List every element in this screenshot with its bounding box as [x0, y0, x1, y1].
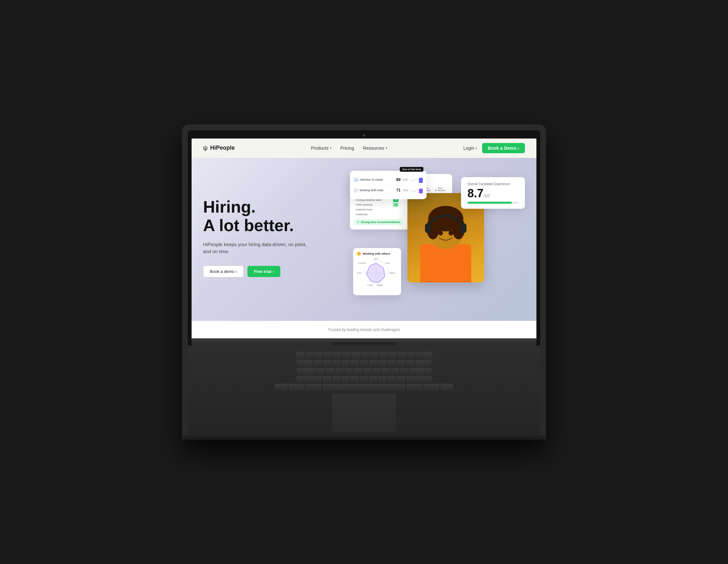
login-button[interactable]: Login › [463, 146, 477, 151]
key [335, 368, 344, 375]
keyboard-row-5 [197, 384, 531, 391]
key [388, 376, 396, 383]
key [332, 376, 340, 383]
key [388, 360, 396, 367]
spacebar-key [322, 384, 406, 391]
hero-widgets: ✗ Skills ManagerR. Richards ManagerR. Co… [350, 174, 525, 301]
resources-chevron-icon: ▾ [386, 146, 387, 150]
nav-products[interactable]: Products ▾ [311, 146, 331, 151]
key [297, 368, 316, 375]
svg-text:Lead: Lead [385, 262, 389, 264]
key [289, 384, 305, 391]
key [378, 360, 387, 367]
logo-icon: ψ [203, 144, 208, 152]
svg-rect-25 [419, 189, 423, 194]
key [317, 368, 325, 375]
key [440, 384, 453, 391]
data-icon: 📈 [354, 188, 358, 193]
products-chevron-icon: ▾ [330, 146, 331, 150]
svg-text:Cooperate: Cooperate [358, 262, 366, 264]
svg-rect-6 [460, 224, 466, 233]
screen-bezel: ψ HiPeople Products ▾ Pricing [188, 130, 540, 345]
key [409, 368, 432, 375]
svg-text:Control: Control [367, 284, 373, 286]
key [407, 352, 415, 359]
svg-text:Direct: Direct [374, 258, 379, 260]
key [324, 352, 332, 359]
keyboard-row-1 [197, 352, 531, 359]
key [342, 352, 351, 359]
keyboard [188, 345, 540, 435]
candidate-score-bar [467, 202, 519, 204]
nav-book-demo-button[interactable]: Book a Demo › [482, 143, 525, 153]
key [306, 384, 322, 391]
laptop-foot [182, 435, 546, 440]
keyboard-row-4 [197, 376, 531, 383]
candidate-exp-score: 8.7/10 [467, 188, 519, 199]
svg-rect-0 [420, 244, 471, 282]
key [323, 360, 331, 367]
candidate-exp-title: Overall Candidate Experience [467, 182, 519, 186]
hero-headline: Hiring. A lot better. [203, 198, 337, 234]
key [423, 384, 439, 391]
key [415, 360, 431, 367]
key [370, 352, 378, 359]
svg-text:Balance: Balance [390, 272, 395, 274]
nav-resources[interactable]: Resources ▾ [363, 146, 387, 151]
check-icon: ✓ [357, 221, 360, 224]
key [305, 352, 314, 359]
key [297, 360, 313, 367]
key [315, 352, 323, 359]
key [406, 384, 422, 391]
nav-actions: Login › Book a Demo › [463, 143, 525, 153]
login-chevron-icon: › [475, 146, 477, 151]
key [275, 384, 288, 391]
free-trial-arrow-icon: › [273, 269, 274, 274]
book-demo-chevron-icon: › [236, 269, 237, 274]
key [397, 376, 405, 383]
key [389, 352, 397, 359]
radar-widget: Working with others [353, 248, 401, 295]
key [323, 376, 331, 383]
nav-pricing[interactable]: Pricing [340, 146, 354, 151]
key [391, 368, 399, 375]
attention-icon: 📊 [354, 178, 358, 182]
hero-free-trial-button[interactable]: Free trial › [247, 266, 280, 277]
key [341, 360, 350, 367]
svg-point-7 [438, 231, 443, 236]
strong-hire-badge: ✓ Strong hire recommendation [354, 219, 403, 225]
hero-content: Hiring. A lot better. HiPeople keeps you… [203, 198, 337, 277]
hero-book-demo-button[interactable]: Book a demo › [203, 266, 244, 278]
key [406, 360, 414, 367]
key [398, 352, 406, 359]
score-bar-fill [467, 202, 512, 204]
radar-icon [357, 252, 361, 256]
candidate-experience-widget: Overall Candidate Experience 8.7/10 [461, 177, 525, 209]
hero-ctas: Book a demo › Free trial › [203, 266, 337, 278]
key [382, 368, 390, 375]
key [397, 360, 405, 367]
attention-sparkline [410, 177, 423, 183]
nav-links: Products ▾ Pricing Resources ▾ [311, 146, 387, 151]
svg-point-8 [449, 231, 453, 236]
key [296, 352, 304, 359]
laptop-body: ψ HiPeople Products ▾ Pricing [182, 125, 546, 440]
key [416, 352, 432, 359]
radar-header: Working with others [357, 252, 397, 256]
one-of-best-badge: One of the best [400, 167, 423, 172]
trackpad [332, 394, 396, 432]
logo-text: HiPeople [210, 145, 235, 151]
score-row-attention: 📊 Attention To Detail 89 /100 [354, 175, 423, 185]
data-sparkline [410, 187, 423, 194]
keyboard-row-3 [197, 368, 531, 375]
key [363, 368, 371, 375]
trusted-section: Trusted by leading brands and challenger… [192, 321, 536, 338]
hero-section: Hiring. A lot better. HiPeople keeps you… [192, 158, 536, 321]
key [360, 360, 368, 367]
key [345, 368, 353, 375]
key [369, 360, 377, 367]
navbar: ψ HiPeople Products ▾ Pricing [192, 139, 536, 158]
key [296, 376, 322, 383]
laptop-base [192, 338, 536, 345]
logo[interactable]: ψ HiPeople [203, 144, 235, 152]
